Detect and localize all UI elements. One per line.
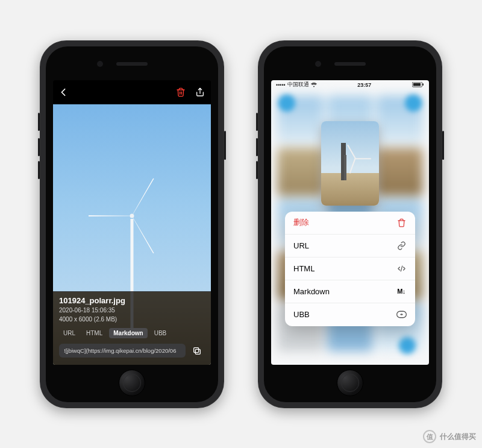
trash-icon xyxy=(396,218,407,227)
phone-right: ••••• 中国联通 23:57 xyxy=(258,40,442,408)
watermark-text: 什么值得买 xyxy=(440,432,476,442)
menu-html[interactable]: HTML xyxy=(285,257,415,280)
navbar xyxy=(53,80,211,104)
menu-html-label: HTML xyxy=(293,264,315,273)
share-icon[interactable] xyxy=(195,87,205,97)
svg-rect-4 xyxy=(194,347,199,352)
tab-ubb[interactable]: UBB xyxy=(150,328,171,338)
link-icon xyxy=(396,241,407,250)
preview-thumbnail[interactable] xyxy=(321,121,379,206)
home-button[interactable] xyxy=(119,370,145,396)
info-panel: 101924_polarr.jpg 2020-06-18 15:06:35 40… xyxy=(53,291,211,365)
menu-markdown[interactable]: Markdown M↓ xyxy=(285,280,415,303)
context-menu: 删除 URL HTML xyxy=(285,212,415,326)
watermark: 值 什么值得买 xyxy=(423,430,476,443)
tab-url[interactable]: URL xyxy=(59,328,80,338)
image-preview[interactable]: 101924_polarr.jpg 2020-06-18 15:06:35 40… xyxy=(53,104,211,365)
menu-ubb-label: UBB xyxy=(293,310,310,319)
nav-button-right[interactable] xyxy=(405,95,422,112)
fab-button[interactable] xyxy=(399,337,416,354)
copy-icon[interactable] xyxy=(189,343,205,359)
back-icon[interactable] xyxy=(59,88,67,96)
menu-markdown-label: Markdown xyxy=(293,287,330,296)
screen-left: 101924_polarr.jpg 2020-06-18 15:06:35 40… xyxy=(53,80,211,365)
svg-rect-3 xyxy=(195,349,200,354)
menu-delete[interactable]: 删除 xyxy=(285,212,415,235)
watermark-badge: 值 xyxy=(423,430,436,443)
phone-left: 101924_polarr.jpg 2020-06-18 15:06:35 40… xyxy=(40,40,224,408)
link-output[interactable]: ![jbiwqC](https://img.qikepai.cn/blog/20… xyxy=(59,344,186,358)
screen-right: ••••• 中国联通 23:57 xyxy=(271,80,429,365)
menu-ubb[interactable]: UBB xyxy=(285,303,415,326)
code-icon xyxy=(396,264,407,273)
markdown-icon: M↓ xyxy=(396,288,407,295)
menu-url[interactable]: URL xyxy=(285,235,415,257)
menu-url-label: URL xyxy=(293,241,309,250)
home-button[interactable] xyxy=(337,370,363,396)
format-tabs: URL HTML Markdown UBB xyxy=(59,328,205,338)
menu-delete-label: 删除 xyxy=(293,217,309,228)
tab-html[interactable]: HTML xyxy=(82,328,107,338)
upload-time: 2020-06-18 15:06:35 xyxy=(59,306,205,314)
nav-button-left[interactable] xyxy=(278,95,295,112)
svg-line-8 xyxy=(401,266,402,271)
dimensions: 4000 x 6000 (2.6 MB) xyxy=(59,315,205,323)
tab-markdown[interactable]: Markdown xyxy=(109,328,147,338)
link-box-icon xyxy=(396,311,407,318)
trash-icon[interactable] xyxy=(176,87,186,97)
filename: 101924_polarr.jpg xyxy=(59,296,205,305)
